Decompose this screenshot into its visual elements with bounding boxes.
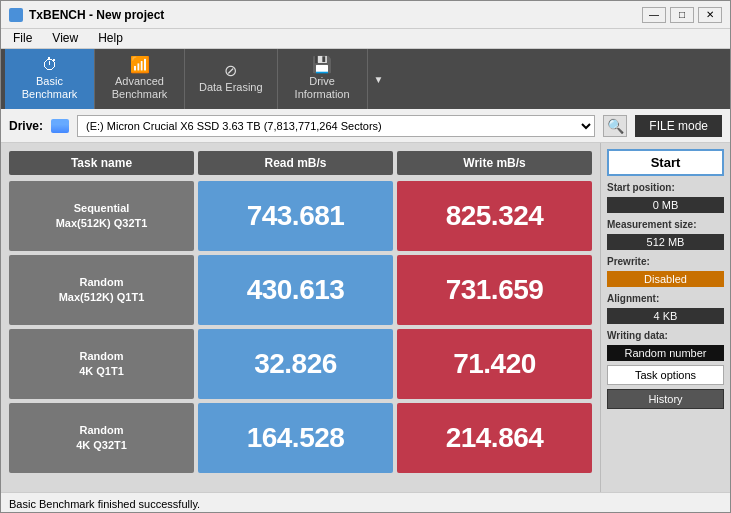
title-bar: TxBENCH - New project — □ ✕: [1, 1, 730, 29]
title-bar-left: TxBENCH - New project: [9, 8, 164, 22]
benchmark-area: Task name Read mB/s Write mB/s Sequentia…: [1, 143, 600, 492]
sidebar: Start Start position: 0 MB Measurement s…: [600, 143, 730, 492]
read-value-random-4k-q32: 164.528: [198, 403, 393, 473]
app-icon: [9, 8, 23, 22]
menu-file[interactable]: File: [9, 31, 36, 46]
write-value-random-4k-q1: 71.420: [397, 329, 592, 399]
start-position-label: Start position:: [607, 182, 724, 193]
history-button[interactable]: History: [607, 389, 724, 409]
read-value-random-512k: 430.613: [198, 255, 393, 325]
menu-bar: File View Help: [1, 29, 730, 49]
table-row: SequentialMax(512K) Q32T1 743.681 825.32…: [9, 181, 592, 251]
window-title: TxBENCH - New project: [29, 8, 164, 22]
write-value-random-4k-q32: 214.864: [397, 403, 592, 473]
row-label-sequential: SequentialMax(512K) Q32T1: [9, 181, 194, 251]
table-row: Random4K Q32T1 164.528 214.864: [9, 403, 592, 473]
tab-advanced-benchmark[interactable]: 📶 AdvancedBenchmark: [95, 49, 185, 109]
prewrite-value: Disabled: [607, 271, 724, 287]
write-value-sequential: 825.324: [397, 181, 592, 251]
tab-drive-label: DriveInformation: [295, 75, 350, 101]
chart-icon: 📶: [130, 57, 150, 73]
refresh-button[interactable]: 🔍: [603, 115, 627, 137]
row-label-random-512k: RandomMax(512K) Q1T1: [9, 255, 194, 325]
tab-basic-benchmark[interactable]: ⏱ BasicBenchmark: [5, 49, 95, 109]
measurement-size-value: 512 MB: [607, 234, 724, 250]
drive-icon: [51, 119, 69, 133]
menu-view[interactable]: View: [48, 31, 82, 46]
status-message: Basic Benchmark finished successfully.: [9, 498, 200, 510]
toolbar: ⏱ BasicBenchmark 📶 AdvancedBenchmark ⊘ D…: [1, 49, 730, 109]
drive-bar: Drive: (E:) Micron Crucial X6 SSD 3.63 T…: [1, 109, 730, 143]
title-bar-controls[interactable]: — □ ✕: [642, 7, 722, 23]
tab-basic-label: BasicBenchmark: [22, 75, 78, 101]
tab-drive-information[interactable]: 💾 DriveInformation: [278, 49, 368, 109]
col-header-read: Read mB/s: [198, 151, 393, 175]
alignment-label: Alignment:: [607, 293, 724, 304]
table-row: RandomMax(512K) Q1T1 430.613 731.659: [9, 255, 592, 325]
read-value-random-4k-q1: 32.826: [198, 329, 393, 399]
tab-advanced-label: AdvancedBenchmark: [112, 75, 168, 101]
writing-data-label: Writing data:: [607, 330, 724, 341]
col-header-task: Task name: [9, 151, 194, 175]
drive-label: Drive:: [9, 119, 43, 133]
close-button[interactable]: ✕: [698, 7, 722, 23]
tab-erasing-label: Data Erasing: [199, 81, 263, 94]
minimize-button[interactable]: —: [642, 7, 666, 23]
main-content: Task name Read mB/s Write mB/s Sequentia…: [1, 143, 730, 492]
writing-data-value: Random number: [607, 345, 724, 361]
status-bar: Basic Benchmark finished successfully.: [1, 492, 730, 513]
drive-tab-icon: 💾: [312, 57, 332, 73]
row-label-random-4k-q32: Random4K Q32T1: [9, 403, 194, 473]
start-position-value: 0 MB: [607, 197, 724, 213]
clock-icon: ⏱: [42, 57, 58, 73]
alignment-value: 4 KB: [607, 308, 724, 324]
maximize-button[interactable]: □: [670, 7, 694, 23]
col-header-write: Write mB/s: [397, 151, 592, 175]
table-header: Task name Read mB/s Write mB/s: [9, 151, 592, 175]
erase-icon: ⊘: [224, 63, 237, 79]
start-button[interactable]: Start: [607, 149, 724, 176]
tab-data-erasing[interactable]: ⊘ Data Erasing: [185, 49, 278, 109]
drive-select[interactable]: (E:) Micron Crucial X6 SSD 3.63 TB (7,81…: [77, 115, 595, 137]
menu-help[interactable]: Help: [94, 31, 127, 46]
read-value-sequential: 743.681: [198, 181, 393, 251]
write-value-random-512k: 731.659: [397, 255, 592, 325]
file-mode-button[interactable]: FILE mode: [635, 115, 722, 137]
measurement-size-label: Measurement size:: [607, 219, 724, 230]
table-row: Random4K Q1T1 32.826 71.420: [9, 329, 592, 399]
task-options-button[interactable]: Task options: [607, 365, 724, 385]
row-label-random-4k-q1: Random4K Q1T1: [9, 329, 194, 399]
toolbar-dropdown-arrow[interactable]: ▼: [368, 49, 390, 109]
prewrite-label: Prewrite:: [607, 256, 724, 267]
